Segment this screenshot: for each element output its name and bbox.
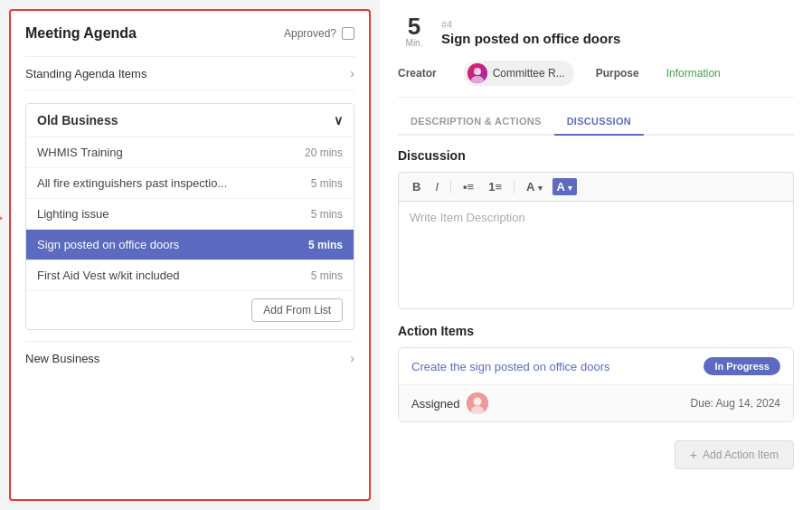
add-action-item-button[interactable]: + Add Action Item bbox=[675, 440, 794, 469]
action-item-link[interactable]: Create the sign posted on office doors bbox=[411, 360, 609, 373]
meeting-agenda-title: Meeting Agenda bbox=[25, 25, 137, 42]
plus-icon: + bbox=[690, 448, 697, 462]
action-item-top: Create the sign posted on office doors I… bbox=[399, 348, 793, 385]
tabs-row: DESCRIPTION & ACTIONS DISCUSSION bbox=[398, 109, 794, 136]
creator-label: Creator bbox=[398, 67, 437, 80]
creator-name: Committee R... bbox=[493, 67, 565, 80]
agenda-item-4[interactable]: First Aid Vest w/kit included 5 mins bbox=[26, 260, 354, 291]
editor-body[interactable]: Write Item Description bbox=[398, 201, 794, 309]
assigned-label: Assigned bbox=[411, 397, 459, 411]
old-business-chevron: ∨ bbox=[334, 113, 343, 128]
toolbar-bold[interactable]: B bbox=[408, 178, 425, 195]
item-min-label: Min. bbox=[398, 38, 430, 48]
agenda-item-mins-1: 5 mins bbox=[311, 177, 343, 190]
editor-placeholder: Write Item Description bbox=[410, 211, 525, 224]
assigned-avatar-icon bbox=[467, 392, 488, 414]
toolbar-sep-1 bbox=[450, 181, 451, 194]
toolbar-highlight-color[interactable]: A ▾ bbox=[552, 178, 578, 195]
item-title: Sign posted on office doors bbox=[441, 31, 794, 46]
toolbar-ordered-list[interactable]: 1≡ bbox=[484, 178, 506, 195]
agenda-item-0[interactable]: WHMIS Training 20 mins bbox=[26, 137, 354, 168]
agenda-item-mins-3: 5 mins bbox=[308, 239, 343, 251]
action-items-title: Action Items bbox=[398, 324, 794, 338]
creator-avatar-icon bbox=[467, 63, 487, 83]
approved-checkbox[interactable] bbox=[342, 27, 354, 40]
action-item-card: Create the sign posted on office doors I… bbox=[398, 347, 794, 422]
right-panel: 5 Min. #4 Sign posted on office doors Cr… bbox=[380, 0, 812, 510]
svg-point-1 bbox=[474, 68, 481, 75]
tab-description-actions[interactable]: DESCRIPTION & ACTIONS bbox=[398, 109, 554, 136]
assigned-row: Assigned bbox=[411, 392, 488, 414]
toolbar-italic[interactable]: I bbox=[430, 178, 443, 195]
item-id: #4 bbox=[441, 19, 452, 30]
add-action-label: Add Action Item bbox=[703, 449, 779, 461]
add-from-list-button[interactable]: Add From List bbox=[251, 298, 343, 322]
agenda-item-label-2: Lighting issue bbox=[37, 207, 304, 221]
action-item-bottom: Assigned Due: Aug 14, 2024 bbox=[399, 385, 793, 421]
agenda-item-label-1: All fire extinguishers past inspectio... bbox=[37, 176, 304, 190]
new-business-label: New Business bbox=[25, 352, 99, 365]
old-business-header[interactable]: Old Business ∨ bbox=[26, 104, 354, 137]
agenda-item-2[interactable]: Lighting issue 5 mins bbox=[26, 199, 354, 230]
item-header: 5 Min. #4 Sign posted on office doors bbox=[398, 14, 794, 48]
item-number-box: 5 Min. bbox=[398, 14, 430, 48]
purpose-value: Information bbox=[666, 67, 721, 80]
svg-point-4 bbox=[474, 398, 482, 406]
agenda-item-mins-4: 5 mins bbox=[311, 269, 343, 282]
standing-agenda-label: Standing Agenda Items bbox=[25, 67, 146, 80]
agenda-item-label-3: Sign posted on office doors bbox=[37, 238, 301, 251]
left-header: Meeting Agenda Approved? bbox=[25, 25, 354, 42]
agenda-item-1[interactable]: All fire extinguishers past inspectio...… bbox=[26, 168, 354, 199]
agenda-item-mins-0: 20 mins bbox=[305, 146, 343, 159]
item-title-block: #4 Sign posted on office doors bbox=[441, 17, 794, 46]
add-from-list-row: Add From List bbox=[26, 291, 354, 329]
tab-discussion[interactable]: DISCUSSION bbox=[554, 109, 644, 136]
new-business-row[interactable]: New Business › bbox=[25, 341, 354, 374]
item-number: 5 bbox=[408, 13, 420, 40]
left-panel: → Meeting Agenda Approved? Standing Agen… bbox=[9, 9, 371, 501]
toolbar-sep-2 bbox=[514, 181, 515, 194]
creator-avatar bbox=[467, 63, 487, 83]
agenda-item-label-4: First Aid Vest w/kit included bbox=[37, 269, 304, 282]
old-business-section: Old Business ∨ WHMIS Training 20 mins Al… bbox=[25, 103, 354, 330]
old-business-label: Old Business bbox=[37, 113, 118, 128]
action-items-section: Action Items Create the sign posted on o… bbox=[398, 324, 794, 469]
toolbar-bullet-list[interactable]: •≡ bbox=[458, 178, 478, 195]
assigned-avatar bbox=[467, 392, 488, 414]
standing-agenda-chevron: › bbox=[350, 66, 354, 80]
in-progress-badge: In Progress bbox=[703, 357, 780, 375]
meta-row: Creator Committee R... Purpose In bbox=[398, 61, 794, 98]
agenda-item-label-0: WHMIS Training bbox=[37, 146, 297, 159]
editor-toolbar: B I •≡ 1≡ A ▾ A ▾ bbox=[398, 172, 794, 201]
new-business-chevron: › bbox=[350, 351, 354, 365]
agenda-item-mins-2: 5 mins bbox=[311, 208, 343, 221]
approved-section: Approved? bbox=[284, 27, 354, 40]
red-arrow-indicator: → bbox=[0, 210, 5, 226]
toolbar-font-color[interactable]: A ▾ bbox=[522, 178, 547, 195]
agenda-item-3[interactable]: Sign posted on office doors 5 mins bbox=[26, 230, 354, 260]
creator-badge[interactable]: Committee R... bbox=[464, 61, 574, 86]
discussion-title: Discussion bbox=[398, 148, 794, 163]
standing-agenda-item[interactable]: Standing Agenda Items › bbox=[25, 56, 354, 90]
due-date: Due: Aug 14, 2024 bbox=[691, 397, 780, 410]
approved-label: Approved? bbox=[284, 27, 336, 40]
purpose-label-text: Purpose bbox=[596, 67, 639, 80]
